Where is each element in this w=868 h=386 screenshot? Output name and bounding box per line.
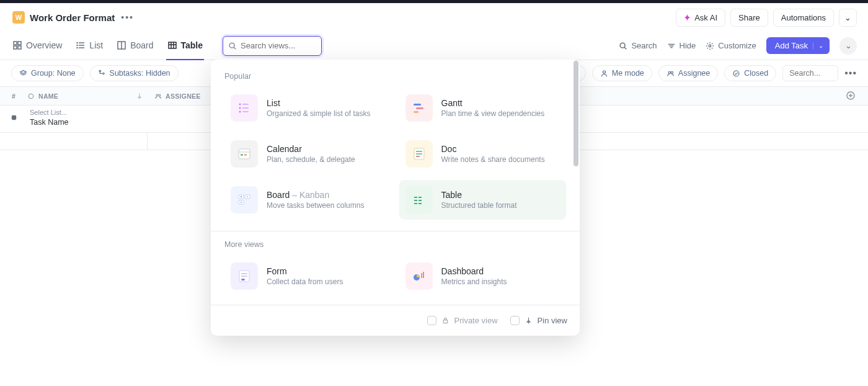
header-bar: W Work Order Format ••• ✦ Ask AI Share A… (0, 3, 868, 32)
column-assignee-header[interactable]: ASSIGNEE (148, 92, 201, 100)
view-option-gantt[interactable]: Gantt Plan time & view dependencies (399, 88, 567, 128)
expand-button[interactable]: ⌄ (839, 37, 857, 55)
board-view-icon (231, 186, 258, 213)
svg-point-24 (102, 73, 104, 74)
layers-icon (19, 70, 27, 78)
svg-point-40 (239, 104, 241, 105)
view-desc: Write notes & share documents (441, 155, 545, 164)
pin-view-label: Pin view (538, 316, 567, 325)
svg-rect-46 (414, 104, 421, 105)
column-name-header[interactable]: NAME (27, 92, 148, 100)
search-views-input[interactable] (241, 41, 316, 50)
divider (211, 231, 580, 231)
board-icon (117, 40, 126, 50)
me-mode-chip[interactable]: Me mode (592, 65, 652, 81)
tab-list[interactable]: List (74, 32, 104, 60)
pin-view-option[interactable]: Pin view (510, 316, 567, 325)
filter-search-wrap[interactable] (782, 65, 838, 81)
svg-rect-43 (242, 107, 249, 109)
svg-rect-47 (416, 107, 423, 109)
column-name-label: NAME (38, 92, 58, 100)
view-title: List (267, 98, 370, 108)
calendar-view-icon (231, 140, 258, 168)
people-icon (666, 70, 675, 78)
svg-line-17 (234, 47, 236, 49)
person-icon (600, 70, 608, 78)
search-button[interactable]: Search (619, 41, 657, 50)
group-chip[interactable]: Group: None (11, 65, 84, 81)
checkbox[interactable] (427, 316, 436, 325)
checkbox[interactable] (510, 316, 520, 325)
view-desc: Organized & simple list of tasks (267, 109, 370, 118)
ask-ai-button[interactable]: ✦ Ask AI (676, 9, 725, 27)
tab-overview-label: Overview (26, 40, 62, 50)
view-option-doc[interactable]: Doc Write notes & share documents (399, 134, 567, 174)
view-title: Doc (441, 144, 545, 154)
automations-button[interactable]: Automations (773, 9, 834, 27)
svg-rect-71 (241, 276, 247, 277)
workspace-more-icon[interactable]: ••• (121, 12, 134, 22)
svg-line-19 (625, 47, 627, 49)
share-button[interactable]: Share (730, 9, 768, 27)
svg-rect-76 (443, 320, 448, 323)
automations-dropdown-button[interactable]: ⌄ (839, 9, 857, 27)
row-status-cell[interactable] (0, 105, 27, 121)
view-option-board[interactable]: Board – Kanban Move tasks between column… (224, 180, 392, 220)
svg-point-42 (239, 107, 241, 109)
hide-button[interactable]: Hide (667, 41, 696, 50)
scrollbar-thumb[interactable] (574, 61, 578, 166)
assignee-chip[interactable]: Assignee (658, 65, 718, 81)
svg-point-23 (709, 45, 712, 47)
more-icon[interactable]: ••• (844, 68, 857, 79)
svg-rect-75 (423, 272, 424, 278)
group-chip-label: Group: None (31, 69, 76, 78)
row-name-cell[interactable]: Select List... Task Name (27, 105, 69, 127)
chevron-down-icon: ⌄ (845, 41, 852, 50)
tab-overview[interactable]: Overview (11, 32, 63, 60)
private-view-option[interactable]: Private view (427, 316, 498, 325)
tab-table[interactable]: Table (166, 32, 205, 60)
gear-icon (706, 42, 714, 50)
view-desc: Metrics and insights (441, 277, 507, 286)
subtasks-chip-label: Subtasks: Hidden (110, 69, 170, 78)
chevron-down-icon[interactable]: ⌄ (813, 42, 823, 49)
view-option-dashboard[interactable]: Dashboard Metrics and insights (399, 256, 567, 296)
svg-rect-67 (414, 203, 417, 204)
add-task-label: Add Task (775, 41, 808, 50)
view-option-form[interactable]: Form Collect data from users (224, 256, 392, 296)
view-desc: Plan, schedule, & delegate (267, 155, 355, 164)
chevron-down-icon: ⌄ (844, 13, 851, 22)
tag-icon (27, 92, 35, 100)
svg-rect-2 (14, 46, 17, 49)
svg-rect-72 (241, 279, 245, 281)
view-option-table[interactable]: Table Structured table format (399, 180, 567, 220)
view-option-calendar[interactable]: Calendar Plan, schedule, & delegate (224, 134, 392, 174)
view-option-list[interactable]: List Organized & simple list of tasks (224, 88, 392, 128)
column-number-header: # (0, 92, 27, 100)
tab-board[interactable]: Board (115, 32, 154, 60)
add-task-button[interactable]: Add Task ⌄ (766, 37, 830, 54)
svg-point-44 (239, 111, 241, 113)
subtask-icon (98, 70, 106, 78)
filter-search-input[interactable] (789, 69, 831, 78)
view-title: Gantt (441, 98, 545, 108)
customize-button[interactable]: Customize (706, 41, 756, 50)
svg-rect-64 (418, 197, 422, 198)
workspace-badge: W (12, 11, 25, 24)
ask-ai-label: Ask AI (694, 13, 717, 22)
closed-chip[interactable]: Closed (724, 65, 776, 81)
column-assignee-label: ASSIGNEE (166, 92, 201, 100)
subtasks-chip[interactable]: Subtasks: Hidden (90, 65, 179, 81)
add-column-button[interactable] (846, 91, 868, 102)
tab-list-label: List (89, 40, 103, 50)
doc-view-icon (405, 140, 433, 168)
search-icon (228, 42, 237, 50)
search-views-input-wrap[interactable] (223, 36, 322, 56)
closed-chip-label: Closed (744, 69, 768, 78)
svg-rect-39 (11, 115, 16, 120)
svg-rect-48 (414, 111, 418, 113)
form-view-icon (231, 263, 258, 290)
svg-rect-55 (416, 153, 422, 155)
pin-icon[interactable] (136, 92, 143, 100)
hide-icon (667, 42, 676, 50)
